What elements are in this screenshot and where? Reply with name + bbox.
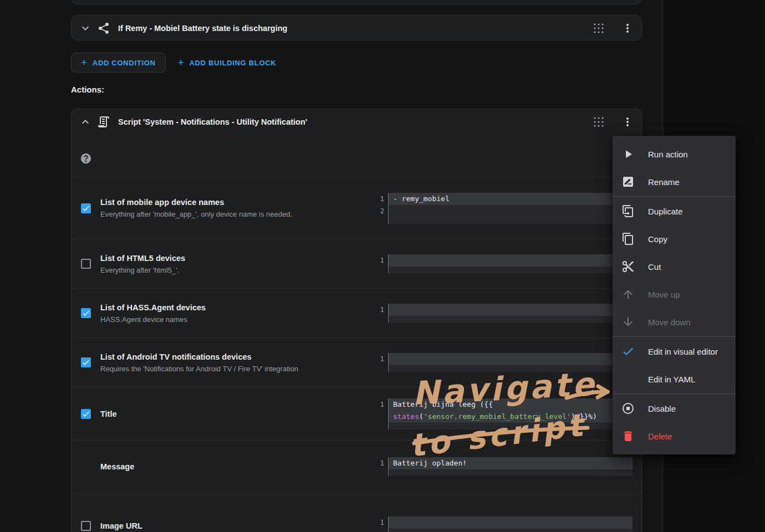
arrow-down-icon [621, 315, 635, 329]
handwritten-annotation: Navigate to script [382, 348, 638, 475]
add-condition-button[interactable]: + ADD CONDITION [71, 53, 166, 73]
annotation-word-to-script: to script [408, 406, 589, 464]
code-line [389, 254, 633, 267]
menu-item-label: Edit in visual editor [648, 347, 718, 356]
field-label: List of HTML5 devices [100, 254, 185, 263]
field-label: List of mobile app device names [100, 198, 292, 207]
drag-handle-icon[interactable] [592, 115, 605, 129]
field-row-image-url: Image URL1 [72, 493, 641, 532]
condition-card-header: If Remy - Mobiel Battery state is discha… [72, 16, 641, 41]
plus-icon: + [178, 57, 185, 68]
field-label: List of Android TV notifications devices [100, 352, 298, 361]
line-numbers: 1 [371, 516, 389, 532]
condition-title: If Remy - Mobiel Battery state is discha… [118, 24, 634, 33]
list-of-android-tv-notifications-devices-checkbox[interactable] [81, 357, 91, 367]
chevron-up-icon[interactable] [79, 115, 92, 129]
condition-icon [97, 22, 110, 35]
field-row-list-of-mobile-app-device-names: List of mobile app device namesEverythin… [72, 177, 641, 239]
script-card-header: Script 'System - Notifications - Utility… [72, 109, 641, 135]
list-of-mobile-app-device-names-code-editor[interactable]: 12- remy_mobiel [371, 193, 633, 224]
chevron-down-icon[interactable] [79, 22, 92, 35]
field-label: Message [100, 462, 134, 471]
menu-item-label: Disable [648, 404, 676, 413]
field-row-list-of-hass-agent-devices: List of HASS.Agent devicesHASS.Agent dev… [72, 288, 641, 337]
list-of-hass-agent-devices-checkbox[interactable] [81, 308, 91, 318]
menu-item-duplicate[interactable]: Duplicate [613, 197, 736, 225]
script-icon [97, 115, 110, 129]
help-icon[interactable] [80, 152, 92, 165]
list-of-html5-devices-checkbox[interactable] [81, 259, 91, 269]
rename-icon [621, 175, 635, 188]
menu-item-label: Delete [648, 432, 672, 441]
field-label: Title [100, 410, 117, 418]
field-row-list-of-html5-devices: List of HTML5 devicesEverything after 'h… [72, 239, 641, 288]
arrow-up-icon [621, 288, 635, 301]
code-line [389, 516, 633, 529]
menu-item-rename[interactable]: Rename [613, 168, 736, 196]
field-label: List of HASS.Agent devices [100, 303, 206, 312]
code-line [389, 205, 633, 217]
menu-item-copy[interactable]: Copy [613, 225, 736, 253]
menu-item-label: Move up [648, 290, 680, 299]
field-description: Everything after 'html5_'. [100, 266, 185, 274]
list-of-mobile-app-device-names-checkbox[interactable] [81, 203, 91, 213]
duplicate-icon [621, 204, 635, 218]
kebab-menu-icon[interactable] [621, 115, 634, 129]
annotation-word-navigate: Navigate [411, 365, 598, 412]
menu-item-label: Copy [648, 234, 667, 244]
field-description: Requires the 'Notifications for Android … [100, 365, 298, 373]
add-condition-label: ADD CONDITION [93, 59, 156, 67]
script-title: Script 'System - Notifications - Utility… [118, 117, 634, 126]
line-numbers: 1 [371, 304, 389, 323]
code-line [389, 304, 633, 316]
menu-item-label: Move down [648, 318, 691, 327]
image-url-code-editor[interactable]: 1 [371, 516, 633, 532]
menu-divider [613, 336, 736, 337]
menu-item-label: Duplicate [648, 207, 683, 216]
menu-item-run-action[interactable]: Run action [613, 140, 736, 168]
menu-item-move-up: Move up [613, 280, 736, 308]
condition-buttons-row: + ADD CONDITION + ADD BUILDING BLOCK [71, 53, 284, 73]
menu-item-label: Cut [648, 262, 661, 272]
condition-card: If Remy - Mobiel Battery state is discha… [71, 15, 642, 40]
add-building-block-button[interactable]: + ADD BUILDING BLOCK [170, 53, 284, 73]
menu-item-label: Run action [648, 150, 688, 159]
automation-editor-page: If Remy - Mobiel Battery state is discha… [0, 0, 765, 532]
image-url-checkbox[interactable] [81, 521, 91, 531]
menu-item-cut[interactable]: Cut [613, 253, 736, 280]
menu-item-label: Edit in YAML [648, 375, 695, 384]
actions-heading: Actions: [71, 85, 104, 94]
menu-item-move-down: Move down [613, 308, 736, 336]
list-of-hass-agent-devices-code-editor[interactable]: 1 [371, 304, 633, 323]
line-numbers: 1 [371, 254, 389, 273]
copy-icon [621, 232, 635, 245]
field-description: Everything after 'mobile_app_', only dev… [100, 210, 292, 218]
line-numbers: 12 [371, 193, 389, 224]
title-checkbox[interactable] [81, 409, 91, 419]
menu-item-label: Rename [648, 177, 680, 187]
menu-divider [613, 196, 736, 197]
scissors-icon [621, 260, 635, 273]
code-line: - remy_mobiel [389, 193, 633, 205]
kebab-menu-icon[interactable] [621, 22, 634, 35]
add-building-block-label: ADD BUILDING BLOCK [189, 59, 276, 67]
field-label: Image URL [100, 521, 142, 530]
field-description: HASS.Agent device names [100, 315, 206, 324]
list-of-html5-devices-code-editor[interactable]: 1 [371, 254, 633, 273]
plus-icon: + [81, 57, 88, 68]
previous-card-edge [71, 0, 642, 4]
drag-handle-icon[interactable] [592, 22, 605, 35]
play-icon [621, 147, 635, 161]
